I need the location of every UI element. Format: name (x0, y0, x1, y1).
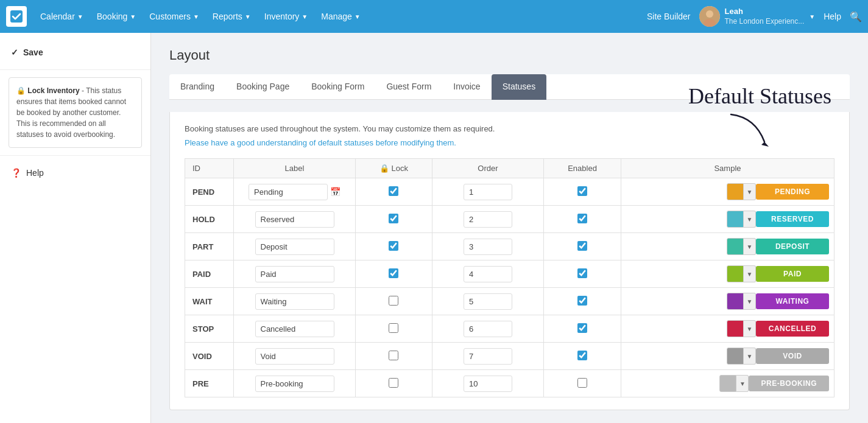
lock-checkbox-PRE[interactable] (389, 378, 398, 388)
tab-booking-form[interactable]: Booking Form (300, 74, 375, 100)
order-input-PRE[interactable] (464, 376, 512, 392)
nav-customers[interactable]: Customers ▼ (143, 7, 205, 26)
statuses-table: ID Label 🔒 Lock Order Enabled Sample PEN… (185, 158, 834, 397)
app-logo[interactable] (6, 6, 27, 27)
nav-inventory[interactable]: Inventory ▼ (258, 7, 314, 26)
nav-calendar[interactable]: Calendar ▼ (34, 7, 90, 26)
enabled-checkbox-PART[interactable] (577, 241, 587, 251)
order-input-PART[interactable] (464, 239, 512, 255)
enabled-checkbox-PAID[interactable] (577, 268, 587, 278)
color-swatch-PEND[interactable] (727, 183, 744, 200)
color-dropdown-STOP[interactable]: ▼ (744, 320, 756, 337)
color-swatch-PRE[interactable] (719, 375, 736, 392)
nav-manage[interactable]: Manage ▼ (315, 7, 367, 26)
row-lock-VOID (356, 343, 432, 370)
tab-statuses[interactable]: Statuses (492, 74, 546, 100)
label-input-PEND[interactable] (249, 184, 328, 200)
help-label: Help (26, 168, 44, 178)
reports-caret: ▼ (245, 13, 251, 20)
tab-invoice[interactable]: Invoice (442, 74, 491, 100)
search-icon[interactable]: 🔍 (850, 11, 862, 23)
help-button[interactable]: Help (824, 12, 841, 21)
order-input-STOP[interactable] (464, 321, 512, 337)
order-input-PAID[interactable] (464, 266, 512, 282)
calendar-icon[interactable]: 📅 (330, 187, 340, 197)
enabled-checkbox-VOID[interactable] (577, 351, 587, 360)
color-dropdown-WAIT[interactable]: ▼ (744, 293, 756, 310)
enabled-checkbox-WAIT[interactable] (577, 296, 587, 306)
color-swatch-wrapper-STOP: ▼CANCELLED (629, 320, 829, 337)
site-builder-button[interactable]: Site Builder (647, 12, 691, 21)
row-label-PRE (234, 370, 356, 397)
row-label-VOID (234, 343, 356, 370)
order-input-PEND[interactable] (464, 184, 512, 200)
lock-checkbox-PEND[interactable] (389, 186, 398, 196)
color-dropdown-PEND[interactable]: ▼ (744, 183, 756, 200)
order-input-VOID[interactable] (464, 348, 512, 365)
row-enabled-VOID (544, 343, 621, 370)
row-id-PRE: PRE (185, 370, 234, 397)
row-id-PEND: PEND (185, 178, 234, 206)
save-button[interactable]: ✓ Save (0, 41, 150, 63)
top-navigation: Calendar ▼ Booking ▼ Customers ▼ Reports… (0, 0, 868, 33)
row-id-PART: PART (185, 233, 234, 260)
label-input-PART[interactable] (255, 239, 334, 255)
enabled-checkbox-HOLD[interactable] (577, 214, 587, 223)
lock-checkbox-PAID[interactable] (389, 268, 398, 278)
lock-checkbox-HOLD[interactable] (389, 214, 398, 223)
lock-checkbox-STOP[interactable] (389, 323, 398, 333)
row-id-PAID: PAID (185, 260, 234, 288)
label-input-STOP[interactable] (255, 321, 334, 337)
lock-checkbox-WAIT[interactable] (389, 296, 398, 306)
enabled-checkbox-PRE[interactable] (577, 378, 587, 388)
color-swatch-STOP[interactable] (727, 320, 744, 337)
row-order-VOID (432, 343, 543, 370)
color-dropdown-PAID[interactable]: ▼ (744, 265, 756, 282)
row-lock-PEND (356, 178, 432, 206)
color-swatch-wrapper-HOLD: ▼RESERVED (629, 211, 829, 228)
lock-checkbox-VOID[interactable] (389, 351, 398, 360)
user-menu[interactable]: Leah The London Experienc... ▼ (699, 6, 816, 27)
table-row: WAIT▼WAITING (185, 288, 834, 315)
sidebar-divider-1 (0, 69, 150, 70)
label-input-VOID[interactable] (255, 348, 334, 365)
label-input-PAID[interactable] (255, 266, 334, 282)
help-sidebar-button[interactable]: ❓ Help (0, 162, 150, 184)
nav-booking[interactable]: Booking ▼ (91, 7, 143, 26)
nav-menu: Calendar ▼ Booking ▼ Customers ▼ Reports… (34, 7, 647, 26)
color-dropdown-HOLD[interactable]: ▼ (744, 211, 756, 228)
label-input-PRE[interactable] (255, 376, 334, 392)
row-enabled-PART (544, 233, 621, 260)
color-swatch-HOLD[interactable] (727, 211, 744, 228)
color-swatch-VOID[interactable] (727, 348, 744, 365)
order-input-WAIT[interactable] (464, 293, 512, 310)
row-sample-PART: ▼DEPOSIT (621, 233, 834, 260)
col-header-label: Label (234, 159, 356, 178)
lock-checkbox-PART[interactable] (389, 241, 398, 251)
calendar-caret: ▼ (77, 13, 83, 20)
label-input-WAIT[interactable] (255, 293, 334, 310)
color-dropdown-VOID[interactable]: ▼ (744, 348, 756, 365)
tab-branding[interactable]: Branding (169, 74, 225, 100)
order-input-HOLD[interactable] (464, 211, 512, 228)
svg-point-2 (706, 10, 713, 18)
enabled-checkbox-PEND[interactable] (577, 186, 587, 196)
color-dropdown-PRE[interactable]: ▼ (736, 375, 749, 392)
row-sample-PRE: ▼PRE-BOOKING (621, 370, 834, 397)
info-link[interactable]: Please have a good understanding of defa… (185, 138, 834, 147)
enabled-checkbox-STOP[interactable] (577, 323, 587, 333)
tab-guest-form[interactable]: Guest Form (375, 74, 442, 100)
color-swatch-WAIT[interactable] (727, 293, 744, 310)
table-row: PART▼DEPOSIT (185, 233, 834, 260)
row-lock-HOLD (356, 206, 432, 233)
status-badge-PEND: PENDING (756, 184, 829, 200)
row-label-WAIT (234, 288, 356, 315)
inventory-caret: ▼ (302, 13, 308, 20)
label-input-HOLD[interactable] (255, 211, 334, 228)
row-order-PAID (432, 260, 543, 288)
color-swatch-PART[interactable] (727, 238, 744, 255)
nav-reports[interactable]: Reports ▼ (206, 7, 257, 26)
color-swatch-PAID[interactable] (727, 265, 744, 282)
tab-booking-page[interactable]: Booking Page (225, 74, 300, 100)
color-dropdown-PART[interactable]: ▼ (744, 238, 756, 255)
